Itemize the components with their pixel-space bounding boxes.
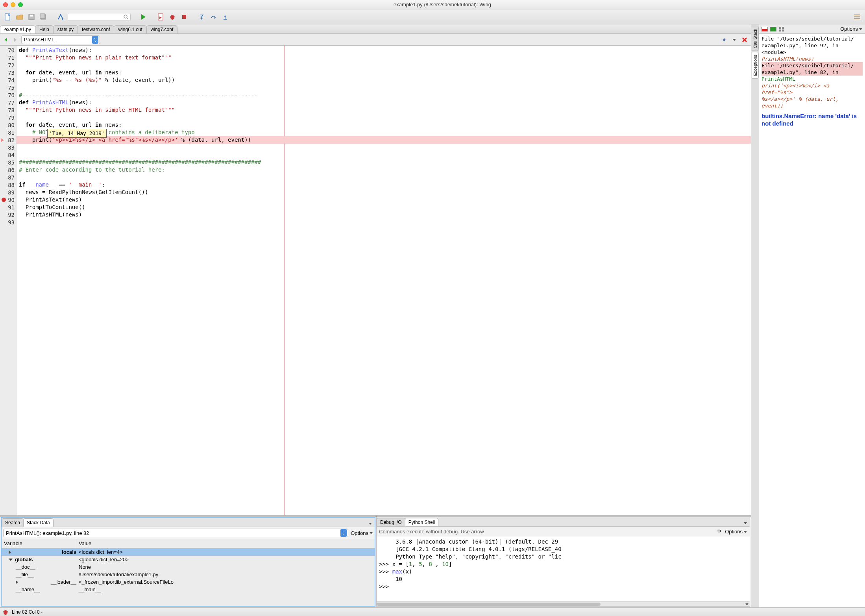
traceback-line[interactable]: File "/Users/sdeibel/tutorial/ bbox=[761, 62, 863, 69]
code-line-83[interactable] bbox=[17, 144, 751, 151]
filetab-example1-py[interactable]: example1.py bbox=[0, 25, 35, 33]
filetab-stats-py[interactable]: stats.py bbox=[53, 25, 78, 33]
toolbar-search-input[interactable] bbox=[68, 13, 131, 21]
flag-icon[interactable] bbox=[770, 27, 776, 31]
svg-rect-14 bbox=[782, 27, 784, 29]
code-line-93[interactable] bbox=[17, 218, 751, 226]
code-line-79[interactable] bbox=[17, 114, 751, 121]
file-tabs: example1.pyHelpstats.pytestwarn.confwing… bbox=[0, 24, 751, 34]
debug-file-button[interactable] bbox=[156, 12, 165, 22]
cursor-position: Line 82 Col 0 - bbox=[12, 609, 43, 615]
variable-row[interactable]: globals<globals dict; len=20> bbox=[2, 556, 375, 563]
new-file-button[interactable] bbox=[3, 12, 13, 22]
minimize-window-icon[interactable] bbox=[11, 2, 15, 7]
editor[interactable]: 7071727374757677787980818283848586878889… bbox=[0, 46, 751, 515]
code-line-85[interactable]: ########################################… bbox=[17, 159, 751, 166]
svg-rect-15 bbox=[779, 30, 781, 31]
variable-row[interactable]: __doc__None bbox=[2, 563, 375, 571]
tab-python-shell[interactable]: Python Shell bbox=[405, 518, 438, 526]
code-line-82[interactable]: print('<p><i>%s</i> <a href="%s">%s</a><… bbox=[17, 136, 751, 144]
code-line-71[interactable]: """Print Python news in plain text forma… bbox=[17, 54, 751, 61]
traceback-line[interactable]: File "/Users/sdeibel/tutorial/ bbox=[761, 35, 863, 42]
save-button[interactable] bbox=[27, 12, 36, 22]
code-line-90[interactable]: PrintAsText(news) bbox=[17, 196, 751, 203]
code-line-72[interactable] bbox=[17, 61, 751, 69]
goto-def-button[interactable] bbox=[56, 12, 65, 22]
debug-bug-button[interactable] bbox=[168, 12, 177, 22]
shell-insert-icon[interactable] bbox=[716, 528, 722, 535]
svg-rect-16 bbox=[782, 30, 784, 31]
pin-icon[interactable] bbox=[720, 36, 728, 44]
close-window-icon[interactable] bbox=[3, 2, 8, 7]
variable-row[interactable]: __loader__<_frozen_importlib_external.So… bbox=[2, 578, 375, 586]
code-line-76[interactable]: #---------------------------------------… bbox=[17, 91, 751, 99]
shell-options-button[interactable]: Options bbox=[725, 529, 747, 535]
tab-search[interactable]: Search bbox=[2, 518, 24, 527]
sidetab-exceptions[interactable]: Exceptions bbox=[752, 52, 759, 79]
symbol-select[interactable]: PrintAsHTML bbox=[21, 35, 100, 44]
code-line-75[interactable] bbox=[17, 84, 751, 91]
step-into-button[interactable] bbox=[197, 12, 206, 22]
nav-forward-button[interactable] bbox=[12, 36, 19, 43]
sidetab-call-stack[interactable]: Call Stack bbox=[752, 26, 759, 51]
shell-hscroll[interactable] bbox=[377, 601, 750, 606]
variable-row[interactable]: __file__/Users/sdeibel/tutorial/example1… bbox=[2, 571, 375, 578]
traceback-line[interactable]: PrintAsHTML bbox=[761, 76, 863, 82]
save-all-button[interactable] bbox=[39, 12, 48, 22]
code-line-88[interactable]: if __name__ == '__main__': bbox=[17, 181, 751, 189]
code-line-81[interactable]: # NOTE: The line below contains a delibe… bbox=[17, 129, 751, 136]
symbol-label: PrintAsHTML bbox=[24, 37, 54, 43]
flag-icon[interactable] bbox=[761, 27, 768, 31]
zoom-window-icon[interactable] bbox=[18, 2, 23, 7]
traceback-line[interactable]: %s</a></p>' % (data, url, event)) bbox=[761, 96, 863, 109]
code-line-80[interactable]: for date, event, url in news: bbox=[17, 121, 751, 129]
step-over-button[interactable] bbox=[209, 12, 218, 22]
code-line-84[interactable] bbox=[17, 151, 751, 159]
exceptions-panel: Options File "/Users/sdeibel/tutorial/ex… bbox=[759, 24, 865, 607]
filetab-testwarn-conf[interactable]: testwarn.conf bbox=[78, 25, 114, 33]
open-file-button[interactable] bbox=[15, 12, 24, 22]
symbol-nav-row: PrintAsHTML bbox=[0, 34, 751, 46]
panel-menu-icon[interactable] bbox=[741, 520, 750, 526]
code-line-74[interactable]: print("%s -- %s (%s)" % (date, event, ur… bbox=[17, 76, 751, 84]
filetab-wing7-conf[interactable]: wing7.conf bbox=[146, 25, 177, 33]
grid-icon[interactable] bbox=[779, 26, 784, 32]
svg-line-7 bbox=[127, 18, 128, 19]
hover-tooltip: 'Tue, 14 May 2019' bbox=[47, 129, 107, 138]
exceptions-options-button[interactable]: Options bbox=[840, 26, 863, 32]
variable-row[interactable]: __name____main__ bbox=[2, 586, 375, 593]
nav-back-button[interactable] bbox=[2, 36, 9, 43]
code-line-91[interactable]: PromptToContinue() bbox=[17, 203, 751, 211]
code-line-92[interactable]: PrintAsHTML(news) bbox=[17, 211, 751, 218]
stack-frame-select[interactable]: PrintAsHTML(): example1.py, line 82 bbox=[3, 529, 348, 537]
variable-row[interactable]: locals<locals dict; len=4> bbox=[2, 548, 375, 556]
tab-debug-io[interactable]: Debug I/O bbox=[377, 518, 405, 526]
code-line-73[interactable]: for date, event, url in news: bbox=[17, 69, 751, 76]
close-file-icon[interactable] bbox=[741, 36, 749, 44]
filetab-wing6-1-out[interactable]: wing6.1.out bbox=[114, 25, 146, 33]
svg-point-5 bbox=[62, 18, 63, 20]
code-line-78[interactable]: """Print Python news in simple HTML form… bbox=[17, 106, 751, 114]
traceback-line[interactable]: example1.py", line 92, in <module> bbox=[761, 42, 863, 55]
code-line-89[interactable]: news = ReadPythonNews(GetItemCount()) bbox=[17, 189, 751, 196]
debug-run-button[interactable] bbox=[139, 12, 148, 22]
bug-icon[interactable] bbox=[2, 609, 9, 615]
horizontal-splitter[interactable] bbox=[0, 515, 751, 517]
code-line-70[interactable]: def PrintAsText(news): bbox=[17, 46, 751, 54]
variables-table[interactable]: Variable Value locals<locals dict; len=4… bbox=[2, 539, 375, 606]
panel-menu-icon[interactable] bbox=[366, 521, 375, 527]
debug-stop-button[interactable] bbox=[179, 12, 189, 22]
traceback-line[interactable]: example1.py", line 82, in bbox=[761, 69, 863, 76]
menu-button[interactable] bbox=[852, 12, 862, 22]
stack-options-button[interactable]: Options bbox=[351, 530, 373, 536]
tab-stack-data[interactable]: Stack Data bbox=[23, 518, 54, 527]
shell-body[interactable]: 3.6.8 |Anaconda custom (64-bit)| (defaul… bbox=[377, 536, 750, 601]
code-line-87[interactable] bbox=[17, 174, 751, 181]
chevron-down-icon[interactable] bbox=[730, 36, 738, 44]
filetab-Help[interactable]: Help bbox=[35, 25, 54, 33]
step-out-button[interactable] bbox=[220, 12, 230, 22]
traceback-line[interactable]: PrintAsHTML(news) bbox=[761, 55, 863, 62]
code-line-86[interactable]: # Enter code according to the tutorial h… bbox=[17, 166, 751, 174]
traceback-line[interactable]: print('<p><i>%s</i> <a href="%s"> bbox=[761, 82, 863, 96]
code-line-77[interactable]: def PrintAsHTML(news): bbox=[17, 99, 751, 106]
